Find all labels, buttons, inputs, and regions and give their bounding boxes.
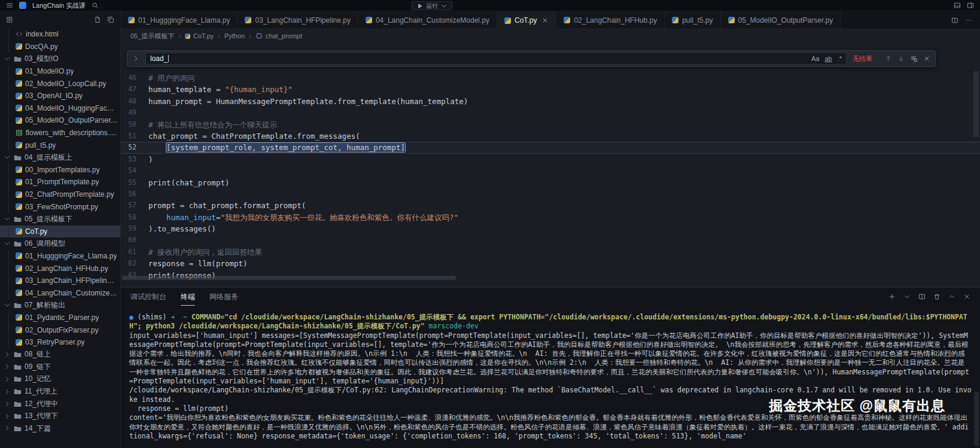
code-content[interactable]: 46# 用户的询问47human_template = "{human_inpu… <box>121 42 980 281</box>
tree-item[interactable]: index.html <box>0 28 120 41</box>
code-text: human_input="我想为我的女朋友购买一些花。她喜欢粉色和紫色。你有什么… <box>148 212 458 223</box>
tree-item[interactable]: 01_PromptTemplate.py <box>0 176 120 188</box>
close-icon[interactable] <box>963 293 970 300</box>
tree-folder[interactable]: 13_代理下 <box>0 410 120 422</box>
editor-tab[interactable]: 03_LangChain_HFPipeline.py <box>238 11 358 29</box>
code-line[interactable]: 61# 接收用户的询问，返回回答结果 <box>121 246 980 258</box>
code-line[interactable]: 59).to_messages() <box>121 223 980 234</box>
tree-folder[interactable]: 07_解析输出 <box>0 299 120 312</box>
tree-item[interactable]: 03_RetryParser.py <box>0 336 120 349</box>
tree-item[interactable]: 03_OpenAI_IO.py <box>0 90 120 102</box>
tree-item[interactable]: 03_LangChain_HFPipeline.py <box>0 275 120 287</box>
tree-item[interactable]: CoT.py <box>0 225 120 238</box>
toggle-sidebar-icon[interactable] <box>967 2 974 9</box>
terminal-output[interactable]: ● (shims) ➜ ~ COMMAND="cd /cloudide/work… <box>121 306 980 448</box>
panel-tab[interactable]: 调试控制台 <box>130 288 166 306</box>
breadcrumb-item[interactable]: 05_提示模板下 <box>130 32 174 41</box>
code-line[interactable]: 51chat_prompt = ChatPromptTemplate.from_… <box>121 130 980 142</box>
trash-icon[interactable] <box>933 293 941 300</box>
tree-item[interactable]: 01_ModelIO.py <box>0 65 120 78</box>
tree-folder[interactable]: 04_提示模板上 <box>0 151 120 164</box>
tree-item[interactable]: 02_LangChain_HFHub.py <box>0 262 120 275</box>
tree-item[interactable]: 03_FewShotPrompt.py <box>0 200 120 213</box>
editor-tab[interactable]: 02_LangChain_HFHub.py <box>556 11 665 29</box>
split-editor-icon[interactable] <box>951 17 958 24</box>
split-editor-icon[interactable] <box>918 293 926 300</box>
tree-folder[interactable]: 09_链下 <box>0 361 120 373</box>
code-line[interactable]: 47human_template = "{human_input}" <box>121 84 980 95</box>
code-line[interactable]: 49 <box>121 107 980 118</box>
tree-item[interactable]: 01_Pydantic_Parser.py <box>0 312 120 324</box>
breadcrumb-label: CoT.py <box>193 32 214 39</box>
tree-item[interactable]: DocQA.py <box>0 41 120 53</box>
tree-item[interactable]: 04_LangChain_CustomizeMod... <box>0 287 120 299</box>
tree-folder[interactable]: 12_代理中 <box>0 398 120 410</box>
editor-tab[interactable]: 05_ModelIO_OutputParser.py <box>721 11 841 29</box>
tree-item[interactable]: 01_HugggingFace_Llama.py <box>0 250 120 263</box>
tree-item-label: 01_PromptTemplate.py <box>25 178 99 186</box>
editor-tab[interactable]: 01_HugggingFace_Llama.py <box>121 11 238 29</box>
breadcrumb-item[interactable]: Python <box>224 32 245 39</box>
find-flag-Aa[interactable]: Aa <box>811 55 819 62</box>
editor-tab[interactable]: 04_LangChain_CustomizeModel.py <box>358 11 497 29</box>
search-icon[interactable] <box>92 2 99 9</box>
chevron-up-icon[interactable] <box>948 293 955 300</box>
find-flag-[interactable]: .* <box>838 55 842 62</box>
code-line[interactable]: 55print(chat_prompt) <box>121 177 980 188</box>
tree-item[interactable]: 02_ModelIO_LoopCall.py <box>0 77 120 90</box>
code-line[interactable]: 46# 用户的询问 <box>121 72 980 84</box>
tree-item[interactable]: flowers_with_descriptions.csv <box>0 127 120 139</box>
tree-item[interactable]: 04_ModelIO_HuggingFace.py <box>0 102 120 115</box>
vertical-scrollbar[interactable] <box>973 71 979 137</box>
close-tab-icon[interactable] <box>541 17 549 24</box>
editor-tab[interactable]: CoT.py <box>497 11 556 29</box>
code-line[interactable]: 50# 将以上所有信息结合为一个聊天提示 <box>121 119 980 130</box>
find-next-icon[interactable] <box>897 55 905 62</box>
editor-tab[interactable]: pull_t5.py <box>665 11 720 29</box>
code-line[interactable]: 60 <box>121 234 980 246</box>
find-previous-icon[interactable] <box>885 55 892 62</box>
code-line[interactable]: 48human_prompt = HumanMessagePromptTempl… <box>121 96 980 107</box>
find-in-selection-icon[interactable] <box>911 55 918 62</box>
collapse-all-icon[interactable] <box>107 16 114 23</box>
tree-folder[interactable]: 08_链上 <box>0 348 120 361</box>
explorer-icon[interactable] <box>6 16 13 23</box>
code-line[interactable]: 57prompt = chat_prompt.format_prompt( <box>121 200 980 211</box>
close-find-icon[interactable] <box>923 55 930 62</box>
plus-icon[interactable] <box>888 293 896 300</box>
tree-folder[interactable]: 10_记忆 <box>0 373 120 386</box>
breadcrumb-item[interactable]: CoT.py <box>185 32 214 39</box>
tree-item[interactable]: 02_OutputFixParser.py <box>0 324 120 336</box>
tree-item[interactable]: 05_ModelIO_OutputParser.py <box>0 114 120 127</box>
code-line[interactable]: 58 human_input="我想为我的女朋友购买一些花。她喜欢粉色和紫色。你… <box>121 212 980 223</box>
new-file-icon[interactable] <box>94 16 101 23</box>
terminal-scrollbar[interactable] <box>974 392 979 446</box>
breadcrumb-item[interactable]: chat_prompt <box>255 32 302 39</box>
tree-item[interactable]: 00_ImportTemplates.py <box>0 164 120 176</box>
chevron-down-icon[interactable] <box>903 293 911 300</box>
menu-icon[interactable] <box>6 2 13 9</box>
panel-tab[interactable]: 终端 <box>181 288 195 306</box>
python-icon <box>16 68 22 75</box>
code-line[interactable]: 53) <box>121 154 980 165</box>
code-line[interactable]: 56 <box>121 188 980 200</box>
run-button[interactable]: 运行 <box>412 1 452 10</box>
code-line[interactable]: 52 [system_prompt_role, system_prompt_co… <box>121 142 980 153</box>
code-line[interactable]: 62response = llm(prompt) <box>121 258 980 269</box>
tree-folder[interactable]: 03_模型IO <box>0 53 120 65</box>
tree-folder[interactable]: 05_提示模板下 <box>0 213 120 225</box>
chevron-right-icon <box>4 413 11 420</box>
tree-folder[interactable]: 06_调用模型 <box>0 237 120 250</box>
toggle-panel-icon[interactable] <box>954 2 961 9</box>
find-input[interactable]: load_ Aaab.* <box>145 53 847 65</box>
panel-tab[interactable]: 网络服务 <box>209 288 238 306</box>
find-flag-ab[interactable]: ab <box>824 55 832 62</box>
tree-item[interactable]: 02_ChatPromptTemplate.py <box>0 188 120 201</box>
tree-item[interactable]: pull_t5.py <box>0 139 120 151</box>
horizontal-scrollbar[interactable] <box>122 276 456 280</box>
code-line[interactable]: 54 <box>121 165 980 176</box>
toggle-replace-icon[interactable] <box>132 55 139 62</box>
tree-folder[interactable]: 11_代理上 <box>0 385 120 398</box>
more-actions-icon[interactable] <box>966 17 973 24</box>
tree-folder[interactable]: 14_下篇 <box>0 422 120 435</box>
